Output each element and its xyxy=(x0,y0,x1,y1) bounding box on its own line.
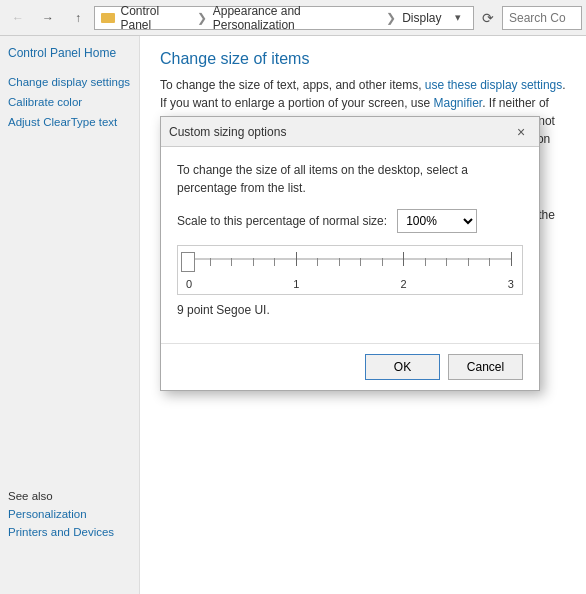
address-bar: Control Panel ❯ Appearance and Personali… xyxy=(94,6,474,30)
ruler-tick-13 xyxy=(468,258,469,266)
content-area: Change size of items To change the size … xyxy=(140,36,586,594)
ruler-tick-2 xyxy=(231,258,232,266)
back-button[interactable]: ← xyxy=(4,4,32,32)
ruler-tick-11 xyxy=(425,258,426,266)
ruler-tick-15 xyxy=(511,252,512,266)
ruler-tick-4 xyxy=(274,258,275,266)
ruler-tick-14 xyxy=(489,258,490,266)
breadcrumb-part2[interactable]: Appearance and Personalization xyxy=(213,4,380,32)
dialog-footer: OK Cancel xyxy=(161,343,539,390)
refresh-button[interactable]: ⟳ xyxy=(476,6,500,30)
dialog-description: To change the size of all items on the d… xyxy=(177,161,523,197)
main-area: Control Panel Home Change display settin… xyxy=(0,36,586,594)
scale-dropdown[interactable]: 100% 125% 150% 175% 200% xyxy=(397,209,477,233)
breadcrumb-part1[interactable]: Control Panel xyxy=(121,4,191,32)
address-dropdown-button[interactable]: ▾ xyxy=(450,9,467,27)
section1-title: Change size of items xyxy=(160,50,566,68)
sidebar-see-also: See also xyxy=(8,490,114,502)
ruler-tick-9 xyxy=(382,258,383,266)
breadcrumb-sep1: ❯ xyxy=(197,11,207,25)
ok-button[interactable]: OK xyxy=(365,354,440,380)
dialog-close-button[interactable]: × xyxy=(511,122,531,142)
ruler-label-1: 1 xyxy=(293,278,299,290)
dialog-body: To change the size of all items on the d… xyxy=(161,147,539,343)
sidebar-links: Change display settings Calibrate color … xyxy=(8,76,131,128)
ruler-tick-12 xyxy=(446,258,447,266)
scale-label: Scale to this percentage of normal size: xyxy=(177,214,387,228)
up-button[interactable]: ↑ xyxy=(64,4,92,32)
sidebar-link-cleartype[interactable]: Adjust ClearType text xyxy=(8,116,131,128)
dialog-overlay: Custom sizing options × To change the si… xyxy=(140,36,586,594)
sidebar-link-calibrate[interactable]: Calibrate color xyxy=(8,96,131,108)
forward-button[interactable]: → xyxy=(34,4,62,32)
ruler-tick-10 xyxy=(403,252,404,266)
sidebar-link-personalization[interactable]: Personalization xyxy=(8,508,114,520)
ruler-tick-6 xyxy=(317,258,318,266)
search-input[interactable] xyxy=(502,6,582,30)
link-magnifier[interactable]: Magnifier xyxy=(434,96,483,110)
scale-row: Scale to this percentage of normal size:… xyxy=(177,209,523,233)
nav-bar: ← → ↑ Control Panel ❯ Appearance and Per… xyxy=(0,0,586,36)
dialog-title: Custom sizing options xyxy=(169,125,286,139)
ruler-tick-8 xyxy=(360,258,361,266)
ruler-ticks xyxy=(188,252,512,266)
ruler-label-3: 3 xyxy=(508,278,514,290)
ruler-labels: 0 1 2 3 xyxy=(186,278,514,290)
breadcrumb-sep2: ❯ xyxy=(386,11,396,25)
font-info: 9 point Segoe UI. xyxy=(177,303,523,317)
cancel-button[interactable]: Cancel xyxy=(448,354,523,380)
link-display-settings[interactable]: use these display settings xyxy=(425,78,562,92)
folder-icon xyxy=(101,13,115,23)
ruler-label-2: 2 xyxy=(401,278,407,290)
ruler-label-0: 0 xyxy=(186,278,192,290)
sidebar-link-printers[interactable]: Printers and Devices xyxy=(8,526,114,538)
ruler-thumb[interactable] xyxy=(181,252,195,272)
dialog-titlebar: Custom sizing options × xyxy=(161,117,539,147)
sidebar: Control Panel Home Change display settin… xyxy=(0,36,140,594)
custom-sizing-dialog: Custom sizing options × To change the si… xyxy=(160,116,540,391)
ruler-tick-5 xyxy=(296,252,297,266)
ruler-tick-3 xyxy=(253,258,254,266)
ruler-tick-1 xyxy=(210,258,211,266)
breadcrumb-part3[interactable]: Display xyxy=(402,11,441,25)
sidebar-home-link[interactable]: Control Panel Home xyxy=(8,46,116,60)
sidebar-link-display[interactable]: Change display settings xyxy=(8,76,131,88)
ruler-container[interactable]: 0 1 2 3 xyxy=(177,245,523,295)
ruler-tick-7 xyxy=(339,258,340,266)
